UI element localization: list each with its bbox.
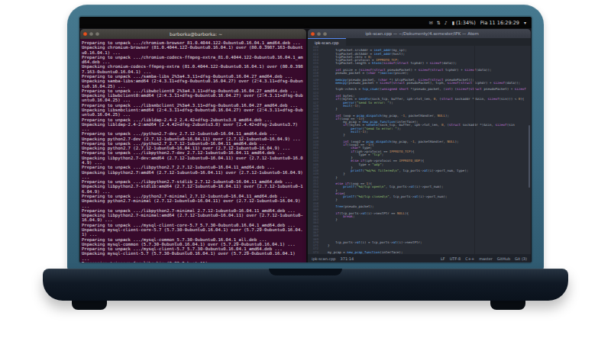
terminal-line: Unpacking chromium-codecs-ffmpeg-extra (… — [82, 64, 305, 74]
terminal-line: Unpacking chromium-browser (81.0.4044.12… — [82, 45, 305, 55]
hinge-notch — [269, 269, 342, 275]
code-editor[interactable]: 310311 tcpPacket.srcAddr = inet_addr(my_… — [308, 46, 531, 254]
wrap-guide — [474, 46, 475, 254]
editor-lines: 310311 tcpPacket.srcAddr = inet_addr(my_… — [308, 46, 531, 254]
terminal-line: Preparing to unpack .../chromium-codecs-… — [82, 55, 305, 65]
terminal-line: Unpacking mysql-client-5.7 (5.7.30-0ubun… — [82, 251, 305, 261]
editor-statusbar: ipk-scan.cpp371:14 LFUTF-8C++masterGitHu… — [308, 254, 531, 263]
status-item[interactable]: UTF-8 — [450, 256, 461, 261]
terminal-line: Unpacking libpython2.7-stdlib:amd64 (2.7… — [82, 184, 305, 194]
battery-label: (1:34%) — [456, 20, 476, 26]
editor-title: ipk-scan.cpp — ~/Dokumenty/4.semester/IP… — [327, 31, 517, 36]
terminal-title: barborka@barborka: ~ — [99, 31, 293, 37]
terminal-line: Unpacking samba-libs:amd64 (2:4.3.11+dfs… — [82, 79, 305, 89]
editor-scrollbar[interactable] — [529, 125, 530, 188]
laptop-screen: ✉⇅♪ ▮ (1:34%) Pia 11 16:29:29 ▾ barborka… — [79, 17, 532, 263]
terminal-line: Processing triggers for libc-bin (2.23-0… — [82, 261, 305, 263]
status-item[interactable]: C++ — [465, 256, 474, 261]
terminal-body[interactable]: Preparing to unpack .../chromium-browser… — [80, 39, 306, 263]
statusbar-left: ipk-scan.cpp371:14 — [312, 256, 354, 261]
status-item[interactable]: ipk-scan.cpp — [312, 256, 336, 261]
editor-window: ipk-scan.cpp — ~/Dokumenty/4.semester/IP… — [308, 29, 531, 263]
status-item[interactable]: Git (3) — [515, 256, 527, 261]
status-item[interactable]: GitHub — [497, 256, 510, 261]
terminal-line: Preparing to unpack .../libpython2.7-dev… — [82, 150, 305, 155]
mail-indicator-icon[interactable]: ✉ — [429, 20, 433, 25]
terminal-line: Unpacking python2.7-dev (2.7.12-1ubuntu0… — [82, 137, 305, 141]
battery-indicator[interactable]: ▮ (1:34%) — [452, 20, 476, 26]
terminal-line: Unpacking libpython2.7-dev:amd64 (2.7.12… — [82, 156, 305, 166]
terminal-line: Unpacking mysql-client-core-5.7 (5.7.30-… — [82, 227, 305, 237]
panel-indicators: ✉⇅♪ — [429, 20, 448, 25]
session-menu-icon[interactable]: ▾ — [524, 20, 526, 25]
minimize-icon[interactable] — [89, 32, 93, 36]
terminal-window: barborka@barborka: ~ Preparing to unpack… — [80, 29, 306, 263]
terminal-line: Unpacking python2.7-minimal (2.7.12-1ubu… — [82, 198, 305, 208]
status-item[interactable]: 371:14 — [341, 256, 354, 261]
sound-indicator-icon[interactable]: ♪ — [445, 20, 448, 25]
status-item[interactable]: master — [479, 256, 493, 261]
minimize-icon[interactable] — [317, 32, 321, 36]
terminal-line: Unpacking libwbclient0:amd64 (2:4.3.11+d… — [82, 93, 305, 103]
statusbar-right: LFUTF-8C++masterGitHubGit (3) — [441, 256, 527, 261]
terminal-titlebar[interactable]: barborka@barborka: ~ — [80, 29, 306, 39]
terminal-line: Unpacking libpython2.7:amd64 (2.7.12-1ub… — [82, 170, 305, 180]
top-panel: ✉⇅♪ ▮ (1:34%) Pia 11 16:29:29 ▾ — [79, 17, 532, 28]
editor-titlebar[interactable]: ipk-scan.cpp — ~/Dokumenty/4.semester/IP… — [308, 29, 531, 38]
clock[interactable]: Pia 11 16:29:29 — [480, 20, 519, 26]
network-indicator-icon[interactable]: ⇅ — [437, 20, 441, 25]
terminal-line: Preparing to unpack .../libldap-2.4-2_2.… — [82, 118, 305, 122]
editor-tabbar: ipk-scan.cpp — [308, 38, 531, 46]
terminal-line: Preparing to unpack .../libpython2.7_2.7… — [82, 165, 305, 169]
terminal-window-controls — [83, 32, 99, 36]
close-icon[interactable] — [311, 32, 315, 36]
status-item[interactable]: LF — [441, 256, 445, 261]
terminal-line: Unpacking libsmbclient:amd64 (2:4.3.11+d… — [82, 108, 305, 118]
editor-window-controls — [311, 32, 327, 36]
terminal-line: Unpacking libpython2.7-minimal:amd64 (2.… — [82, 213, 305, 223]
close-icon[interactable] — [83, 32, 87, 36]
laptop: ✉⇅♪ ▮ (1:34%) Pia 11 16:29:29 ▾ barborka… — [0, 0, 611, 364]
desktop-workspace: barborka@barborka: ~ Preparing to unpack… — [79, 28, 532, 263]
tab-ipk-scan[interactable]: ipk-scan.cpp — [308, 38, 346, 46]
terminal-line: Preparing to unpack .../python2.7-dev_2.… — [82, 131, 305, 136]
terminal-line: Preparing to unpack .../libsmbclient_2%3… — [82, 103, 305, 108]
terminal-line: Unpacking libldap-2.4-2:amd64 (2.4.42+df… — [82, 122, 305, 132]
battery-icon: ▮ — [452, 20, 454, 25]
